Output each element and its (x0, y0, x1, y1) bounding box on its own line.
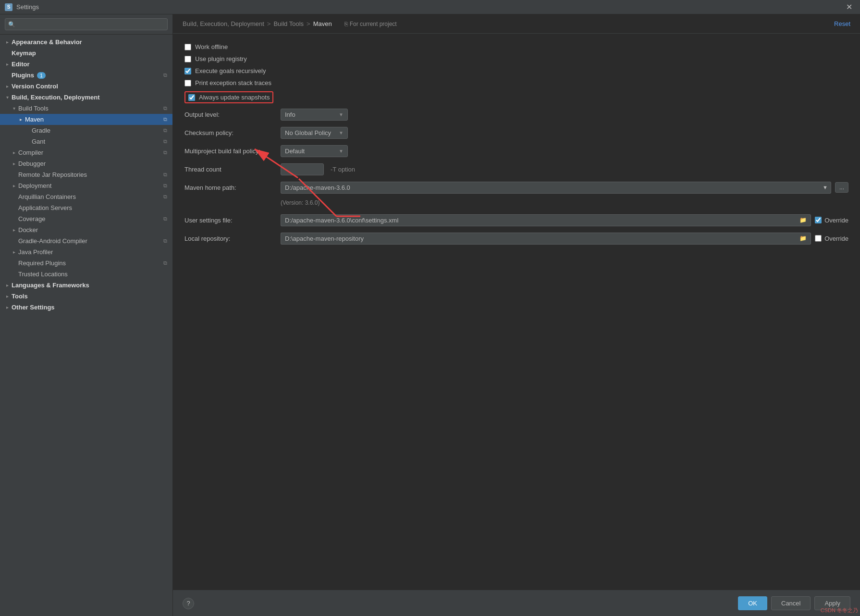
multiproject-policy-value: Default ▼ (281, 145, 848, 157)
sidebar-item-build-exec-deploy[interactable]: Build, Execution, Deployment (0, 92, 172, 103)
output-level-row: Output level: Info ▼ (184, 108, 848, 121)
user-settings-value: 📁 Override (281, 214, 848, 226)
work-offline-checkbox[interactable] (184, 44, 191, 50)
sidebar-item-keymap[interactable]: Keymap (0, 48, 172, 59)
copy-icon: ⧉ (162, 216, 169, 222)
copy-icon: ⧉ (162, 238, 169, 245)
local-repo-input[interactable] (281, 233, 796, 245)
sidebar-item-trusted-locations[interactable]: Trusted Locations (0, 269, 172, 280)
sidebar-item-gradle-android[interactable]: Gradle-Android Compiler ⧉ (0, 235, 172, 246)
print-exception-checkbox-wrap[interactable]: Print exception stack traces (184, 79, 271, 86)
output-level-value: Info ▼ (281, 109, 848, 121)
window-title: Settings (16, 3, 39, 11)
maven-home-row: Maven home path: ▼ ... (184, 181, 848, 194)
sidebar-item-coverage[interactable]: Coverage ⧉ (0, 213, 172, 224)
expand-arrow (4, 293, 11, 300)
work-offline-checkbox-wrap[interactable]: Work offline (184, 43, 228, 50)
user-settings-input[interactable] (281, 214, 796, 226)
sidebar-item-required-plugins[interactable]: Required Plugins ⧉ (0, 258, 172, 269)
breadcrumb-sep-1: > (267, 20, 271, 27)
sidebar-item-tools[interactable]: Tools (0, 291, 172, 302)
breadcrumb-part-3: Maven (313, 20, 332, 27)
for-current-project-label: For current project (344, 21, 397, 27)
use-plugin-registry-checkbox-wrap[interactable]: Use plugin registry (184, 55, 247, 62)
local-repo-value: 📁 Override (281, 233, 848, 245)
checksum-policy-dropdown[interactable]: No Global Policy ▼ (281, 127, 348, 139)
settings-form: Work offline Use plugin registry Execute… (173, 34, 860, 590)
checksum-policy-label: Checksum policy: (184, 129, 281, 136)
execute-goals-checkbox-wrap[interactable]: Execute goals recursively (184, 67, 266, 74)
thread-count-row: Thread count -T option (184, 163, 848, 175)
sidebar-item-gradle[interactable]: Gradle ⧉ (0, 125, 172, 136)
expand-arrow (4, 94, 11, 101)
expand-arrow (4, 83, 11, 90)
sidebar-item-plugins[interactable]: Plugins 1 ⧉ (0, 70, 172, 81)
checksum-policy-value-text: No Global Policy (285, 129, 331, 136)
sidebar-item-docker[interactable]: Docker (0, 224, 172, 235)
user-settings-override-checkbox[interactable] (815, 217, 822, 223)
sidebar-item-app-servers[interactable]: Application Servers (0, 202, 172, 213)
copy-icon: ⧉ (162, 260, 169, 267)
sidebar-item-editor[interactable]: Editor (0, 59, 172, 70)
sidebar-item-maven[interactable]: Maven ⧉ (0, 114, 172, 125)
local-repo-override-checkbox[interactable] (815, 235, 822, 242)
local-repo-browse-btn[interactable]: 📁 (796, 233, 811, 245)
execute-goals-checkbox[interactable] (184, 68, 191, 74)
always-update-checkbox-wrap[interactable]: Always update snapshots (188, 94, 270, 101)
help-button[interactable]: ? (183, 598, 194, 609)
print-exception-checkbox[interactable] (184, 80, 191, 86)
sidebar-item-build-tools[interactable]: Build Tools ⧉ (0, 103, 172, 114)
always-update-checkbox[interactable] (188, 94, 195, 101)
sidebar-item-compiler[interactable]: Compiler ⧉ (0, 147, 172, 158)
thread-count-input[interactable] (281, 163, 324, 175)
always-update-row: Always update snapshots (184, 91, 848, 103)
user-settings-override-wrap: Override (815, 217, 848, 224)
cancel-button[interactable]: Cancel (771, 596, 811, 610)
sidebar-item-debugger[interactable]: Debugger (0, 158, 172, 169)
maven-home-browse-btn[interactable]: ... (835, 182, 848, 193)
expand-arrow (17, 116, 24, 123)
expand-arrow (4, 304, 11, 311)
search-input[interactable] (5, 18, 168, 30)
expand-arrow (11, 160, 17, 167)
reset-button[interactable]: Reset (834, 20, 850, 27)
use-plugin-registry-label: Use plugin registry (195, 55, 247, 62)
output-level-dropdown[interactable]: Info ▼ (281, 109, 348, 121)
sidebar-item-gant[interactable]: Gant ⧉ (0, 136, 172, 147)
copy-icon: ⧉ (162, 105, 169, 112)
multiproject-policy-row: Multiproject build fail policy: Default … (184, 145, 848, 157)
apply-button[interactable]: Apply (814, 596, 850, 610)
multiproject-policy-dropdown[interactable]: Default ▼ (281, 145, 348, 157)
sidebar-item-appearance[interactable]: Appearance & Behavior (0, 37, 172, 48)
sidebar-item-languages[interactable]: Languages & Frameworks (0, 280, 172, 291)
sidebar-item-remote-jar[interactable]: Remote Jar Repositories ⧉ (0, 169, 172, 180)
maven-version-row: (Version: 3.6.0) (184, 197, 848, 209)
maven-home-dropdown-btn[interactable]: ▼ (820, 182, 831, 194)
content-area: Build, Execution, Deployment > Build Too… (173, 14, 860, 616)
use-plugin-registry-row: Use plugin registry (184, 55, 848, 62)
breadcrumb-sep-2: > (307, 20, 310, 27)
dropdown-arrow-icon: ▼ (339, 130, 344, 136)
title-bar: S Settings ✕ (0, 0, 860, 14)
ok-button[interactable]: OK (738, 596, 767, 610)
breadcrumb-part-2: Build Tools (273, 20, 304, 27)
sidebar-item-version-control[interactable]: Version Control (0, 81, 172, 92)
user-settings-override-label: Override (824, 217, 848, 224)
multiproject-policy-value-text: Default (285, 148, 305, 155)
sidebar-item-deployment[interactable]: Deployment ⧉ (0, 180, 172, 191)
execute-goals-row: Execute goals recursively (184, 67, 848, 74)
always-update-label: Always update snapshots (199, 94, 270, 101)
sidebar-item-other-settings[interactable]: Other Settings (0, 302, 172, 313)
work-offline-label: Work offline (195, 43, 228, 50)
thread-count-label: Thread count (184, 166, 281, 173)
close-button[interactable]: ✕ (843, 2, 855, 12)
copy-icon: ⧉ (162, 138, 169, 145)
sidebar-item-arquillian[interactable]: Arquillian Containers ⧉ (0, 191, 172, 202)
copy-icon: ⧉ (162, 183, 169, 189)
multiproject-policy-label: Multiproject build fail policy: (184, 148, 281, 155)
sidebar-item-java-profiler[interactable]: Java Profiler (0, 246, 172, 258)
use-plugin-registry-checkbox[interactable] (184, 56, 191, 62)
maven-home-input[interactable] (281, 182, 820, 194)
user-settings-browse-btn[interactable]: 📁 (796, 214, 811, 226)
bottom-bar: ? OK Cancel Apply (173, 590, 860, 616)
